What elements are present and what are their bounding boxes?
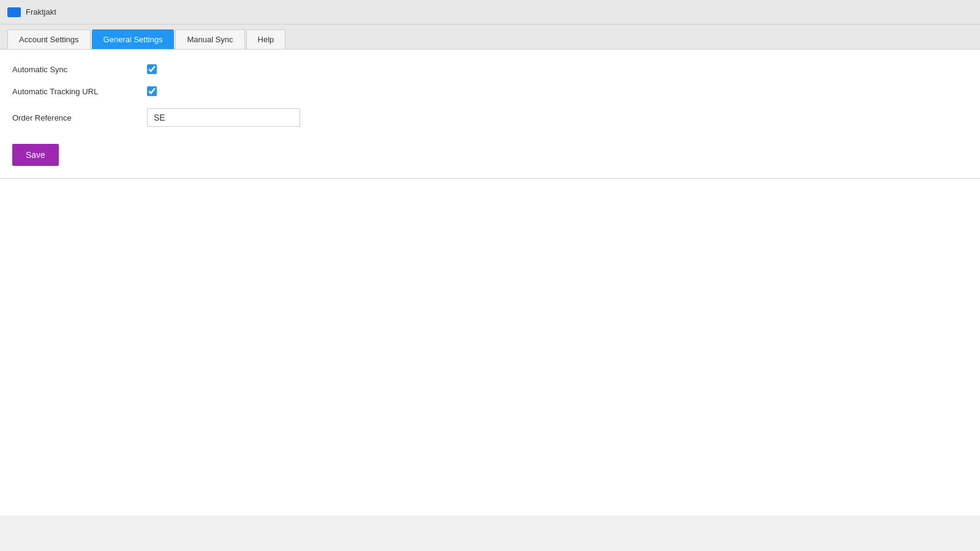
app-title: Fraktjakt: [26, 7, 56, 17]
tab-manual-sync[interactable]: Manual Sync: [175, 29, 244, 49]
settings-content: Automatic Sync Automatic Tracking URL Or…: [0, 50, 980, 179]
app-logo-icon: [7, 7, 21, 17]
automatic-tracking-url-checkbox[interactable]: [147, 86, 157, 96]
tab-general-settings[interactable]: General Settings: [92, 29, 175, 49]
order-reference-input[interactable]: [147, 108, 300, 127]
order-reference-row: Order Reference: [12, 108, 968, 127]
tab-bar: Account Settings General Settings Manual…: [0, 24, 980, 50]
automatic-sync-row: Automatic Sync: [12, 64, 968, 74]
tab-help[interactable]: Help: [246, 29, 286, 49]
save-button[interactable]: Save: [12, 144, 59, 166]
automatic-sync-checkbox[interactable]: [147, 64, 157, 74]
tab-account-settings[interactable]: Account Settings: [7, 29, 91, 49]
automatic-tracking-url-row: Automatic Tracking URL: [12, 86, 968, 96]
top-bar: Fraktjakt: [0, 0, 980, 24]
automatic-sync-label: Automatic Sync: [12, 65, 147, 74]
automatic-tracking-url-label: Automatic Tracking URL: [12, 87, 147, 96]
order-reference-label: Order Reference: [12, 113, 147, 122]
page-background: [0, 179, 980, 515]
